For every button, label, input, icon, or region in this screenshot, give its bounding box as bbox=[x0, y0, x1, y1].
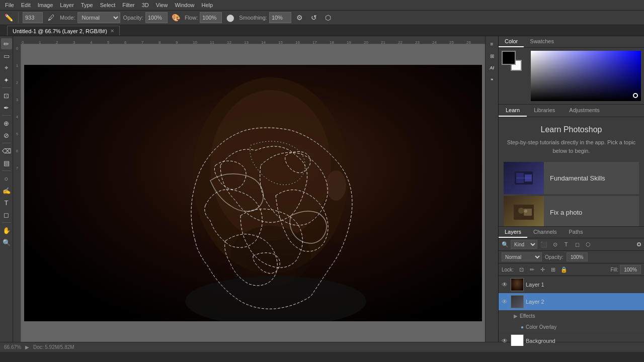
layers-tab-paths[interactable]: Paths bbox=[563, 227, 589, 238]
layers-opacity-input[interactable] bbox=[567, 252, 588, 261]
smoothing-input[interactable] bbox=[269, 12, 291, 23]
filter-smart-btn[interactable]: ⬡ bbox=[584, 240, 593, 249]
flow-airbrush-btn[interactable]: ⬤ bbox=[225, 12, 236, 23]
layer1-thumb bbox=[511, 278, 524, 291]
filter-type-btn[interactable]: T bbox=[561, 240, 571, 249]
layer-row-effects[interactable]: ▶ Effects bbox=[499, 310, 644, 321]
color-picker-handle[interactable] bbox=[633, 93, 638, 98]
filter-adjust-btn[interactable]: ⊙ bbox=[550, 240, 559, 249]
crop-tool[interactable]: ⊡ bbox=[1, 90, 12, 101]
foreground-color[interactable] bbox=[502, 51, 516, 65]
layer-row-background[interactable]: 👁 Background bbox=[499, 332, 644, 346]
color-picker-gradient[interactable] bbox=[531, 51, 641, 101]
learn-tab-libraries[interactable]: Libraries bbox=[527, 105, 562, 117]
color-tab-color[interactable]: Color bbox=[499, 36, 524, 47]
hand-tool[interactable]: ✋ bbox=[1, 225, 12, 236]
menu-edit[interactable]: Edit bbox=[18, 1, 34, 9]
ruler-tick: 6 bbox=[124, 40, 141, 44]
tutorial-card-fix-photo[interactable]: Fix a photo bbox=[504, 196, 639, 226]
menu-layer[interactable]: Layer bbox=[57, 1, 77, 9]
layers-tab-channels[interactable]: Channels bbox=[527, 227, 562, 238]
ruler-tick: 9 bbox=[175, 40, 192, 44]
panel-quote-btn[interactable]: ❝ bbox=[487, 74, 498, 85]
magic-wand-tool[interactable]: ✦ bbox=[1, 74, 12, 85]
flow-input[interactable] bbox=[200, 12, 222, 23]
eraser-tool[interactable]: ⌫ bbox=[1, 145, 12, 156]
layers-tab-layers[interactable]: Layers bbox=[499, 227, 527, 238]
gradient-tool[interactable]: ▤ bbox=[1, 157, 12, 168]
options-toolbar: ✏️ 🖊 Mode: Normal Multiply Screen Opacit… bbox=[0, 10, 644, 25]
canvas-document[interactable] bbox=[24, 65, 482, 321]
canvas-viewport[interactable] bbox=[21, 44, 485, 342]
doc-size: Doc: 5.92M/5.82M bbox=[33, 344, 74, 350]
menu-window[interactable]: Window bbox=[172, 1, 197, 9]
learn-tabs: Learn Libraries Adjustments bbox=[499, 105, 644, 117]
menu-type[interactable]: Type bbox=[78, 1, 96, 9]
menu-file[interactable]: File bbox=[2, 1, 17, 9]
background-visibility-toggle[interactable]: 👁 bbox=[501, 337, 509, 345]
lasso-tool[interactable]: ⌖ bbox=[1, 62, 12, 73]
layer1-visibility-toggle[interactable]: 👁 bbox=[501, 281, 509, 289]
smoothing-settings-btn[interactable]: ⚙ bbox=[294, 12, 305, 23]
menu-image[interactable]: Image bbox=[35, 1, 56, 9]
opacity-input[interactable] bbox=[145, 12, 168, 23]
text-tool[interactable]: T bbox=[1, 197, 12, 208]
menu-select[interactable]: Select bbox=[97, 1, 119, 9]
lock-pixels-btn[interactable]: ✏ bbox=[528, 265, 537, 274]
color-tab-swatches[interactable]: Swatches bbox=[524, 36, 560, 47]
right-icon-strip: ≡ ⊞ AI ❝ bbox=[485, 36, 498, 342]
pen-tool[interactable]: ✍ bbox=[1, 185, 12, 196]
selection-tool[interactable]: ▭ bbox=[1, 50, 12, 61]
eyedropper-tool[interactable]: ✒ bbox=[1, 102, 12, 113]
heal-tool[interactable]: ⊕ bbox=[1, 118, 12, 129]
shape-tool[interactable]: ◻ bbox=[1, 209, 12, 220]
brush-size-input[interactable] bbox=[23, 12, 43, 23]
ruler-tick: 11 bbox=[209, 40, 226, 44]
learn-tab-adjustments[interactable]: Adjustments bbox=[562, 105, 607, 117]
panel-ai-btn[interactable]: AI bbox=[487, 62, 498, 73]
color-panel: Color Swatches bbox=[499, 36, 644, 105]
layers-lock-bar: Lock: ⊡ ✏ ✛ ⊞ 🔒 Fill: bbox=[499, 263, 644, 276]
layers-fill-input[interactable] bbox=[620, 265, 641, 274]
dodge-tool[interactable]: ○ bbox=[1, 173, 12, 184]
tab-close-btn[interactable]: ✕ bbox=[110, 28, 114, 34]
lock-position-btn[interactable]: ✛ bbox=[538, 265, 547, 274]
brush-tool-btn[interactable]: ✏️ bbox=[3, 12, 14, 23]
layer2-visibility-toggle[interactable]: 👁 bbox=[501, 298, 509, 306]
lock-all-btn[interactable]: 🔒 bbox=[559, 265, 569, 274]
layer2-name: Layer 2 bbox=[526, 299, 642, 305]
smoothing-label: Smoothing: bbox=[239, 15, 267, 21]
blend-mode-select[interactable]: Normal Multiply Screen bbox=[77, 12, 120, 23]
ruler-tick: 19 bbox=[346, 40, 363, 44]
learn-tab-learn[interactable]: Learn bbox=[499, 105, 527, 117]
lock-transparent-btn[interactable]: ⊡ bbox=[517, 265, 526, 274]
menu-view[interactable]: View bbox=[153, 1, 171, 9]
filter-shape-btn[interactable]: ◻ bbox=[573, 240, 582, 249]
brush-tool[interactable]: ✏ bbox=[1, 38, 12, 49]
ruler-tick: 18 bbox=[329, 40, 346, 44]
brush-symmetry-btn[interactable]: ⬡ bbox=[323, 12, 334, 23]
zoom-tool[interactable]: 🔍 bbox=[1, 237, 12, 248]
brush-preset-btn[interactable]: 🖊 bbox=[46, 12, 57, 23]
filter-pixel-btn[interactable]: ⬛ bbox=[539, 240, 548, 249]
airbrush-btn[interactable]: 🎨 bbox=[171, 12, 182, 23]
layers-kind-select[interactable]: Kind Name Effect bbox=[511, 240, 537, 249]
document-tab[interactable]: Untitled-1 @ 66.7% (Layer 2, RGB/8#) ✕ bbox=[7, 26, 120, 36]
menu-3d[interactable]: 3D bbox=[139, 1, 152, 9]
brush-angle-btn[interactable]: ↺ bbox=[308, 12, 319, 23]
svg-point-13 bbox=[524, 210, 527, 213]
layers-panel: Layers Channels Paths 🔍 Kind Name Effect… bbox=[499, 226, 644, 342]
portrait-svg bbox=[24, 65, 482, 321]
ruler-tick: 15 bbox=[278, 40, 295, 44]
menu-filter[interactable]: Filter bbox=[119, 1, 137, 9]
panel-grid-btn[interactable]: ⊞ bbox=[487, 50, 498, 61]
lock-artboard-btn[interactable]: ⊞ bbox=[549, 265, 558, 274]
layer-row-color-overlay[interactable]: ● Color Overlay bbox=[499, 321, 644, 332]
menu-help[interactable]: Help bbox=[199, 1, 216, 9]
clone-tool[interactable]: ⊘ bbox=[1, 130, 12, 141]
panel-expand-btn[interactable]: ≡ bbox=[487, 38, 498, 49]
layer-row-layer2[interactable]: 👁 Layer 2 bbox=[499, 293, 644, 310]
layer-row-layer1[interactable]: 👁 Layer 1 bbox=[499, 276, 644, 293]
layers-blend-mode[interactable]: Normal Multiply Screen Overlay bbox=[502, 252, 542, 261]
tutorial-card-fundamental[interactable]: Fundamental Skills bbox=[504, 162, 639, 194]
